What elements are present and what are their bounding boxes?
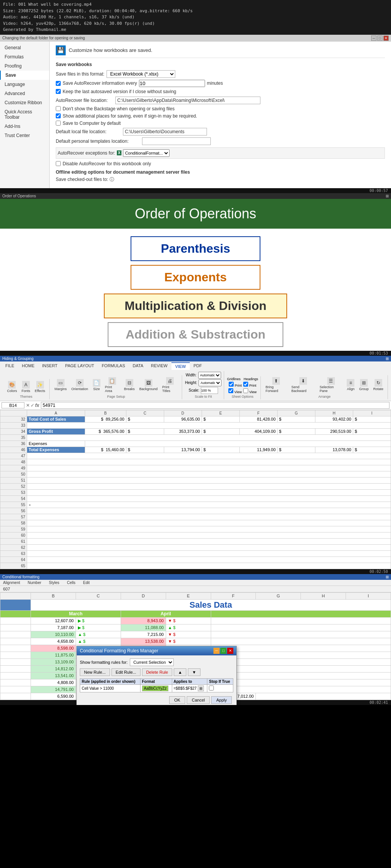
- cf-ok-button[interactable]: OK: [169, 696, 185, 704]
- cf-cell[interactable]: 13,541.00: [31, 672, 76, 679]
- cf-new-rule-button[interactable]: New Rule...: [80, 668, 110, 676]
- autorecover-checkbox[interactable]: [56, 81, 61, 86]
- view-gridlines-checkbox[interactable]: [228, 388, 233, 393]
- col-header-C[interactable]: C: [126, 410, 164, 416]
- cell-32-c[interactable]: $: [126, 416, 164, 422]
- default-local-input[interactable]: [123, 128, 207, 136]
- sidebar-item-customize-ribbon[interactable]: Customize Ribbon: [0, 98, 49, 107]
- cf-cell[interactable]: 12,607.00: [31, 617, 76, 624]
- cf-show-rules-select[interactable]: Current Selection: [130, 658, 174, 666]
- save-format-select[interactable]: Excel Workbook (*.xlsx): [107, 70, 175, 78]
- tab-review[interactable]: REVIEW: [147, 362, 171, 370]
- cell-34-a[interactable]: Gross Profit: [27, 428, 85, 434]
- cell-34-d[interactable]: 353,373.00: [164, 428, 202, 434]
- cf-delete-rule-button[interactable]: Delete Rule: [142, 668, 172, 676]
- col-header-F[interactable]: F: [239, 410, 277, 416]
- keep-autosaved-checkbox[interactable]: [56, 89, 61, 94]
- effects-button[interactable]: ✨ Effects: [33, 380, 47, 394]
- selection-pane-button[interactable]: ☰ Selection Pane: [318, 376, 344, 394]
- cf-cell[interactable]: 8,598.00: [31, 645, 76, 652]
- cell-34-f[interactable]: 404,109.00: [239, 428, 277, 434]
- show-additional-checkbox[interactable]: [56, 113, 61, 118]
- print-headings-checkbox[interactable]: [243, 382, 248, 387]
- cell-46-a[interactable]: Total Expenses: [27, 447, 85, 453]
- cell-32-d[interactable]: 96,635.00: [164, 416, 202, 422]
- cf-cell[interactable]: 14,791.00: [31, 686, 76, 693]
- col-header-A[interactable]: A: [27, 410, 85, 416]
- bring-forward-button[interactable]: ⬆ Bring Forward: [264, 376, 289, 394]
- save-to-computer-checkbox[interactable]: [56, 121, 61, 126]
- dont-show-backstage-checkbox[interactable]: [56, 106, 61, 111]
- cell-34-h[interactable]: 290,519.00: [315, 428, 353, 434]
- disable-autorecover-checkbox[interactable]: [56, 161, 61, 166]
- personal-templates-input[interactable]: [142, 137, 211, 145]
- cell-46-h[interactable]: 13,078.00: [315, 447, 353, 453]
- print-gridlines-checkbox[interactable]: [229, 382, 234, 387]
- cf-cell[interactable]: 6,590.00: [31, 693, 76, 700]
- sidebar-item-language[interactable]: Language: [0, 80, 49, 89]
- cf-col-header-C[interactable]: C: [76, 592, 121, 599]
- rotate-button[interactable]: ↻ Rotate: [371, 378, 385, 392]
- cf-col-header-H[interactable]: H: [301, 592, 346, 599]
- group-button[interactable]: ⊞ Group: [357, 378, 370, 392]
- cell-32-g[interactable]: $: [277, 416, 315, 422]
- cf-rule-stop[interactable]: [207, 684, 233, 692]
- cf-cell[interactable]: 7,215.00: [121, 631, 166, 638]
- cf-applies-to-browse-button[interactable]: ⊞: [198, 686, 204, 691]
- close-button[interactable]: ✕: [383, 35, 389, 41]
- cell-34-b[interactable]: $ 365,576.00: [85, 428, 126, 434]
- cf-dialog-maximize-button[interactable]: □: [220, 648, 226, 654]
- height-select[interactable]: Automatic: [199, 379, 221, 386]
- cf-cell[interactable]: 4,808.00: [31, 679, 76, 686]
- scale-input[interactable]: [201, 387, 218, 394]
- cf-rule-applies[interactable]: =$B$5:$F$27 ⊞: [172, 684, 207, 692]
- cell-34-e[interactable]: $: [202, 428, 239, 434]
- breaks-button[interactable]: ⊟ Breaks: [122, 378, 137, 392]
- col-header-E[interactable]: E: [202, 410, 239, 416]
- colors-button[interactable]: 🎨 Colors: [5, 380, 19, 394]
- cf-cell[interactable]: 13,109.00: [31, 658, 76, 665]
- cf-stop-checkbox[interactable]: [209, 686, 214, 691]
- col-header-I[interactable]: I: [353, 410, 391, 416]
- cf-cell[interactable]: 10,110.00: [31, 631, 76, 638]
- cf-cell[interactable]: 7,187.00: [31, 624, 76, 631]
- tab-pdf[interactable]: PDF: [190, 362, 206, 370]
- cf-cell[interactable]: 11,088.00: [121, 624, 166, 631]
- cf-edit-rule-button[interactable]: Edit Rule...: [111, 668, 141, 676]
- tab-formulas[interactable]: FORMULAS: [98, 362, 129, 370]
- sidebar-item-advanced[interactable]: Advanced: [0, 89, 49, 98]
- cell-32-i[interactable]: $: [353, 416, 391, 422]
- cf-dialog-close-button[interactable]: ✕: [227, 648, 233, 654]
- sidebar-item-proofing[interactable]: Proofing: [0, 61, 49, 71]
- maximize-button[interactable]: □: [377, 35, 383, 41]
- formula-cancel-icon[interactable]: ✕: [26, 403, 30, 408]
- cf-rule-condition[interactable]: Cell Value > 11000: [80, 684, 141, 692]
- formula-enter-icon[interactable]: ✓: [31, 403, 34, 408]
- col-header-D[interactable]: D: [164, 410, 202, 416]
- cf-col-header-D[interactable]: D: [121, 592, 166, 599]
- autorecover-exceptions-select[interactable]: ConditionalFormat...: [123, 149, 170, 157]
- tab-insert[interactable]: INSERT: [38, 362, 61, 370]
- fonts-button[interactable]: A Fonts: [19, 380, 32, 394]
- cell-36-a[interactable]: Expenses: [27, 440, 85, 447]
- size-button[interactable]: 📄 Size: [91, 378, 102, 392]
- cf-col-header-E[interactable]: E: [166, 592, 211, 599]
- formula-fx-icon[interactable]: fx: [35, 403, 39, 408]
- col-header-H[interactable]: H: [315, 410, 353, 416]
- cell-32-b[interactable]: $ 89,256.00: [85, 416, 126, 422]
- cf-col-header-G[interactable]: G: [256, 592, 301, 599]
- cf-move-down-button[interactable]: ▼: [188, 668, 200, 676]
- cell-32-h[interactable]: 93,402.00: [315, 416, 353, 422]
- tab-home[interactable]: HOME: [18, 362, 38, 370]
- cell-34-c[interactable]: $: [126, 428, 164, 434]
- cell-46-b[interactable]: $ 15,460.00: [85, 447, 126, 453]
- cell-46-e[interactable]: $: [202, 447, 239, 453]
- cf-cell[interactable]: 13,538.00: [121, 638, 166, 645]
- cf-col-header-F[interactable]: F: [211, 592, 256, 599]
- cell-34-g[interactable]: $: [277, 428, 315, 434]
- cf-col-header-B[interactable]: B: [31, 592, 76, 599]
- sidebar-item-addins[interactable]: Add-Ins: [0, 122, 49, 131]
- autorecover-path-input[interactable]: [115, 97, 260, 104]
- cell-34-i[interactable]: $: [353, 428, 391, 434]
- cf-col-header-I[interactable]: I: [346, 592, 391, 599]
